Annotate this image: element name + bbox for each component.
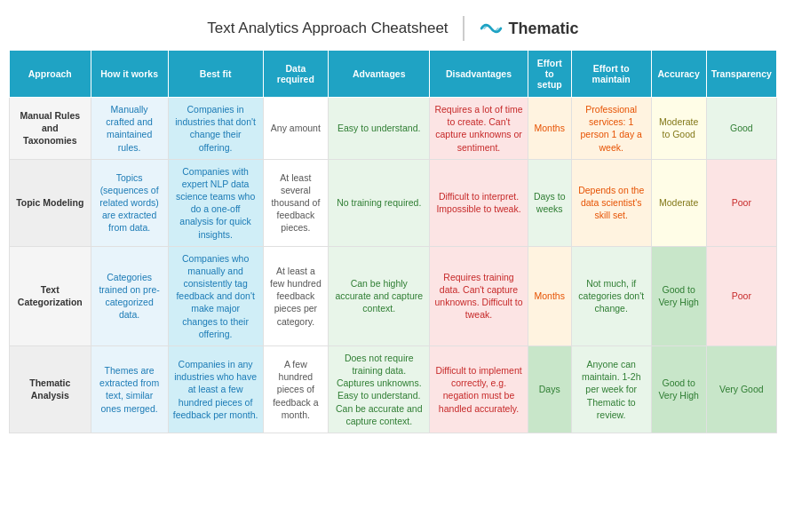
- col-approach: Approach: [10, 51, 91, 98]
- logo-text: Thematic: [509, 20, 579, 38]
- col-advantages: Advantages: [329, 51, 430, 98]
- col-disadvantages: Disadvantages: [430, 51, 528, 98]
- col-effort-maintain: Effort to maintain: [571, 51, 651, 98]
- cell-effort_setup: Days: [528, 345, 571, 433]
- cell-best_fit: Companies in industries that don't chang…: [168, 98, 263, 160]
- cell-accuracy: Moderate: [651, 159, 706, 246]
- cell-effort_maintain: Anyone can maintain. 1-2h per week for T…: [571, 345, 651, 433]
- page-header: Text Analytics Approach Cheatsheet Thema…: [9, 9, 777, 50]
- col-effort-setup: Effort to setup: [528, 51, 571, 98]
- cell-approach: Thematic Analysis: [10, 345, 91, 433]
- cell-advantages: No training required.: [329, 159, 430, 246]
- cell-effort_maintain: Not much, if categories don't change.: [571, 246, 651, 345]
- cell-transparency: Poor: [706, 159, 776, 246]
- cell-disadvantages: Difficult to interpret. Impossible to tw…: [430, 159, 528, 246]
- cell-effort_setup: Days to weeks: [528, 159, 571, 246]
- header-divider: [463, 16, 464, 41]
- cell-effort_setup: Months: [528, 246, 571, 345]
- table-row: Manual Rules and TaxonomiesManually craf…: [10, 98, 777, 160]
- cell-best_fit: Companies who manually and consistently …: [168, 246, 263, 345]
- cell-disadvantages: Difficult to implement correctly, e.g. n…: [430, 345, 528, 433]
- cell-how_it_works: Topics (sequences of related words) are …: [91, 159, 168, 246]
- cell-advantages: Does not require training data. Captures…: [329, 345, 430, 433]
- cell-best_fit: Companies in any industries who have at …: [168, 345, 263, 433]
- cell-data_required: Any amount: [263, 98, 329, 160]
- col-accuracy: Accuracy: [651, 51, 706, 98]
- cell-data_required: At least a few hundred feedback pieces p…: [263, 246, 329, 345]
- page-title: Text Analytics Approach Cheatsheet: [207, 20, 448, 37]
- table-row: Thematic AnalysisThemes are extracted fr…: [10, 345, 777, 433]
- cell-accuracy: Good to Very High: [651, 345, 706, 433]
- cell-disadvantages: Requires a lot of time to create. Can't …: [430, 98, 528, 160]
- cell-accuracy: Good to Very High: [651, 246, 706, 345]
- col-data-required: Data required: [263, 51, 329, 98]
- cell-how_it_works: Categories trained on pre-categorized da…: [91, 246, 168, 345]
- comparison-table: Approach How it works Best fit Data requ…: [9, 50, 777, 433]
- cell-effort_maintain: Professional services: 1 person 1 day a …: [571, 98, 651, 160]
- logo: Thematic: [479, 19, 579, 38]
- cell-best_fit: Companies with expert NLP data science t…: [168, 159, 263, 246]
- cell-transparency: Poor: [706, 246, 776, 345]
- cell-disadvantages: Requires training data. Can't capture un…: [430, 246, 528, 345]
- cell-effort_setup: Months: [528, 98, 571, 160]
- cell-advantages: Can be highly accurate and capture conte…: [329, 246, 430, 345]
- cell-data_required: At least several thousand of feedback pi…: [263, 159, 329, 246]
- cell-advantages: Easy to understand.: [329, 98, 430, 160]
- col-transparency: Transparency: [706, 51, 776, 98]
- cell-approach: Manual Rules and Taxonomies: [10, 98, 91, 160]
- logo-icon: [479, 19, 504, 38]
- cell-approach: Text Categorization: [10, 246, 91, 345]
- col-how-it-works: How it works: [91, 51, 168, 98]
- table-row: Topic ModelingTopics (sequences of relat…: [10, 159, 777, 246]
- table-row: Text CategorizationCategories trained on…: [10, 246, 777, 345]
- cell-effort_maintain: Depends on the data scientist's skill se…: [571, 159, 651, 246]
- cell-how_it_works: Manually crafted and maintained rules.: [91, 98, 168, 160]
- cell-how_it_works: Themes are extracted from text, similar …: [91, 345, 168, 433]
- col-best-fit: Best fit: [168, 51, 263, 98]
- cell-data_required: A few hundred pieces of feedback a month…: [263, 345, 329, 433]
- cell-transparency: Very Good: [706, 345, 776, 433]
- cell-approach: Topic Modeling: [10, 159, 91, 246]
- cell-transparency: Good: [706, 98, 776, 160]
- cell-accuracy: Moderate to Good: [651, 98, 706, 160]
